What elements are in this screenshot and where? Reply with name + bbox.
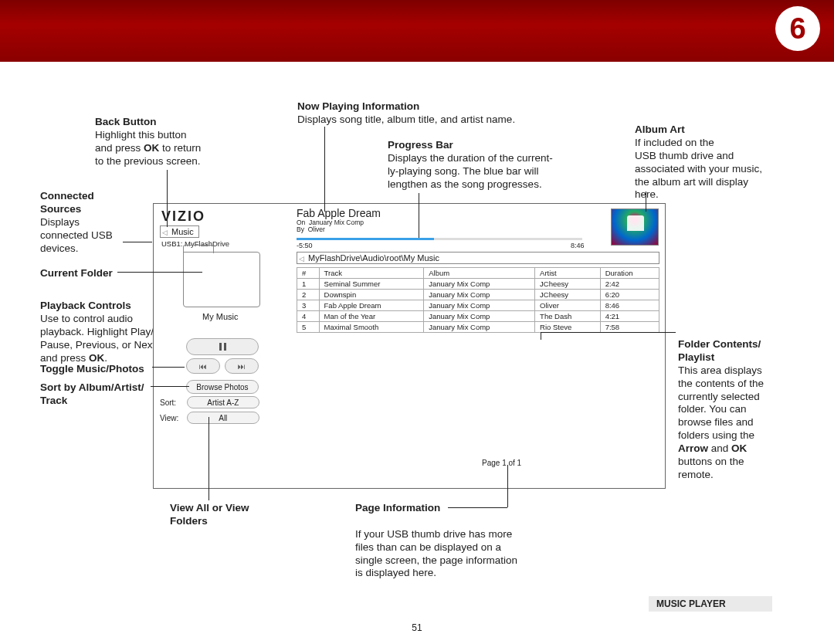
- sort-label: Sort:: [160, 398, 185, 407]
- view-row: View: All: [160, 412, 259, 424]
- sort-row: Sort: Artist A-Z: [160, 396, 259, 408]
- view-select[interactable]: All: [187, 412, 259, 424]
- table-row[interactable]: 2DownspinJanuary Mix CompJCheesy6:20: [297, 290, 659, 300]
- pause-icon: [219, 343, 222, 351]
- ann-nowplay: Now Playing Information Displays song ti…: [297, 100, 515, 127]
- table-row[interactable]: 1Seminal SummerJanuary Mix CompJCheesy2:…: [297, 279, 659, 290]
- col-num[interactable]: #: [297, 268, 320, 279]
- ann-back: Back Button Highlight this button and pr…: [95, 116, 201, 168]
- chapter-number: 6: [775, 6, 820, 51]
- back-icon: ◁: [162, 229, 168, 236]
- leader-line: [117, 272, 202, 273]
- track-table: # Track Album Artist Duration 1Seminal S…: [297, 267, 659, 333]
- leader-line: [507, 465, 508, 507]
- col-album[interactable]: Album: [424, 268, 535, 279]
- leader-line: [541, 332, 541, 340]
- ann-toggle: Toggle Music/Photos: [40, 363, 144, 376]
- leader-line: [646, 192, 646, 212]
- folder-path[interactable]: ◁ MyFlashDrive\Audio\root\My Music: [297, 252, 659, 264]
- browse-photos-button[interactable]: Browse Photos: [186, 380, 259, 394]
- prev-button[interactable]: ⏮: [186, 358, 220, 374]
- col-artist[interactable]: Artist: [535, 268, 601, 279]
- ann-curfolder: Current Folder: [40, 267, 113, 280]
- header-bar: 6: [0, 0, 834, 62]
- now-playing-meta: On January Mix Comp By Oliver: [297, 219, 364, 234]
- leader-line: [324, 127, 325, 212]
- view-label: View:: [160, 414, 185, 422]
- col-track[interactable]: Track: [319, 268, 424, 279]
- table-row[interactable]: 5Maximal SmoothJanuary Mix CompRio Steve…: [297, 322, 659, 333]
- ann-sort: Sort by Album/Artist/Track: [40, 381, 144, 408]
- back-icon: ◁: [299, 255, 304, 263]
- next-button[interactable]: ⏭: [225, 358, 259, 374]
- ann-sources: Connected Sources Displays connected USB…: [40, 190, 113, 255]
- sort-select[interactable]: Artist A-Z: [187, 396, 259, 408]
- ann-playback: Playback Controls Use to control audio p…: [40, 300, 155, 364]
- leader-line: [151, 386, 189, 387]
- now-playing-title: Fab Apple Dream: [297, 207, 381, 219]
- progress-bar[interactable]: [297, 238, 582, 240]
- music-player-ui: VIZIO ◁ Music USB1: MyFlashDrive My Musi…: [153, 203, 666, 489]
- table-row[interactable]: 4Man of the YearJanuary Mix CompThe Dash…: [297, 311, 659, 322]
- leader-line: [152, 367, 185, 368]
- page-number: 51: [0, 622, 834, 633]
- folder-icon[interactable]: [183, 252, 260, 307]
- logo: VIZIO: [161, 208, 205, 225]
- back-label: Music: [171, 227, 194, 236]
- play-pause-button[interactable]: [186, 338, 259, 355]
- page-info: Page 1 of 1: [482, 459, 521, 467]
- table-header-row: # Track Album Artist Duration: [297, 268, 659, 279]
- page-body: Back Button Highlight this button and pr…: [0, 62, 834, 644]
- ann-contents: Folder Contents/ Playlist This area disp…: [678, 338, 764, 482]
- leader-line: [419, 193, 419, 238]
- footer-label: MUSIC PLAYER: [649, 596, 772, 612]
- ann-viewall: View All or ViewFolders: [170, 502, 249, 528]
- ann-pageinfo: Page Information If your USB thumb drive…: [355, 502, 517, 580]
- pause-icon: [224, 343, 226, 351]
- leader-line: [208, 417, 209, 500]
- progress-fill: [297, 238, 434, 240]
- ann-progress: Progress Bar Displays the duration of th…: [388, 139, 553, 192]
- table-row[interactable]: 3Fab Apple DreamJanuary Mix CompOliver8:…: [297, 300, 659, 311]
- back-button[interactable]: ◁ Music: [160, 225, 199, 238]
- time-total: 8:46: [571, 242, 585, 249]
- leader-line: [167, 170, 168, 227]
- leader-line: [123, 242, 152, 242]
- col-duration[interactable]: Duration: [600, 268, 659, 279]
- leader-line: [541, 332, 676, 333]
- next-icon: ⏭: [238, 362, 246, 371]
- seek-buttons: ⏮ ⏭: [186, 358, 259, 374]
- leader-line: [448, 507, 507, 508]
- album-art: [611, 208, 659, 246]
- folder-label: My Music: [202, 312, 238, 321]
- ann-art: Album Art If included on the USB thumb d…: [635, 124, 762, 202]
- prev-icon: ⏮: [199, 362, 207, 371]
- time-elapsed: -5:50: [297, 242, 313, 249]
